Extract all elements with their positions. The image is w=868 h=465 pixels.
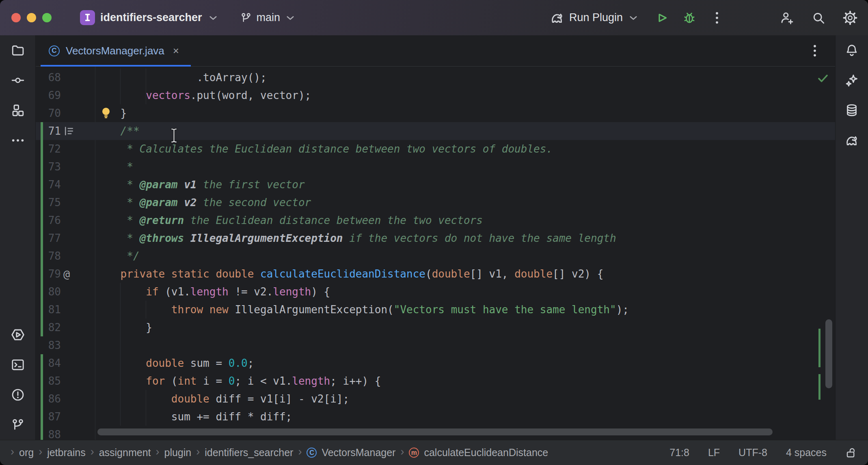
code-with-me-button[interactable] [776,7,797,28]
breadcrumb-item[interactable]: ›jetbrains [39,447,86,459]
vcs-branch-widget[interactable]: main [240,11,295,24]
code-text: /** [95,122,140,140]
editor-gutter[interactable]: 77 [36,229,95,247]
tool-window-button-hex-play[interactable] [7,324,28,345]
code-line[interactable]: 83 [36,336,835,354]
encoding-widget[interactable]: UTF-8 [738,447,767,459]
indent-widget[interactable]: 4 spaces [786,447,827,459]
code-line[interactable]: 74 * @param v1 the first vector [36,176,835,194]
code-text: for (int i = 0; i < v1.length; i++) { [95,372,381,390]
editor-gutter[interactable]: 73 [36,158,95,176]
vcs-change-marker [41,247,43,265]
annotation-gutter-icon[interactable]: @ [63,268,70,280]
breadcrumb-item[interactable]: ›assignment [91,447,151,459]
code-line[interactable]: 72 * Calculates the Euclidean distance b… [36,140,835,158]
run-configuration-selector[interactable]: Run Plugin [550,11,637,25]
close-window-button[interactable] [11,13,21,22]
tool-window-button-more-h[interactable] [7,130,28,151]
editor-gutter[interactable]: 82 [36,319,95,336]
tool-window-button-bell[interactable] [841,40,862,61]
code-line[interactable]: 79@ private static double calculateEucli… [36,265,835,283]
breadcrumb-item[interactable]: ›CVectorsManager [298,447,395,459]
breadcrumb-chevron-icon: › [39,446,42,457]
code-line[interactable]: 76 * @return the Euclidean distance betw… [36,211,835,229]
tool-window-button-git-branch[interactable] [7,414,28,435]
line-separator-widget[interactable]: LF [708,447,720,459]
editor-gutter[interactable]: 68 [36,69,95,86]
editor-gutter[interactable]: 76 [36,211,95,229]
tool-window-button-terminal[interactable] [7,354,28,375]
editor-gutter[interactable]: 78 [36,247,95,265]
code-line[interactable]: 70 } [36,104,835,122]
debug-button[interactable] [679,7,700,28]
more-actions-button[interactable] [706,7,728,28]
code-line[interactable]: 84 double sum = 0.0; [36,354,835,372]
editor-gutter[interactable]: 72 [36,140,95,158]
line-number: 69 [38,89,61,101]
code-line[interactable]: 69 vectors.put(word, vector); [36,86,835,104]
tool-window-button-gradle[interactable] [841,130,862,151]
editor-tab-bar: C VectorsManager.java × [36,35,835,67]
code-line[interactable]: 86 double diff = v1[i] - v2[i]; [36,390,835,408]
editor-gutter[interactable]: 86 [36,390,95,408]
unlocked-padlock-icon[interactable] [845,447,857,459]
code-line[interactable]: 85 for (int i = 0; i < v1.length; i++) { [36,372,835,390]
editor-gutter[interactable]: 69 [36,86,95,104]
code-line[interactable]: 80 if (v1.length != v2.length) { [36,283,835,301]
tool-window-button-sparkles[interactable] [841,70,862,91]
code-line[interactable]: 81 throw new IllegalArgumentException("V… [36,301,835,319]
breadcrumb-item[interactable]: ›org [11,447,34,459]
code-line[interactable]: 75 * @param v2 the second vector [36,194,835,211]
breadcrumb-chevron-icon: › [298,446,302,457]
editor-gutter[interactable]: 74 [36,176,95,194]
code-editor[interactable]: 68 .toArray();69 vectors.put(word, vecto… [36,67,835,440]
minimize-window-button[interactable] [27,13,36,22]
code-line[interactable]: 78 */ [36,247,835,265]
breadcrumb-item[interactable]: ›plugin [156,447,192,459]
chevron-down-icon [629,15,637,21]
editor-gutter[interactable]: 83 [36,336,95,354]
render-docs-icon[interactable] [63,125,75,137]
tool-window-button-database[interactable] [841,100,862,121]
tab-options-button[interactable] [804,40,825,61]
breadcrumb-item[interactable]: ›mcalculateEuclideanDistance [400,447,548,459]
gradle-icon [844,133,859,148]
tab-vectorsmanager[interactable]: C VectorsManager.java × [41,35,191,66]
inspections-ok-check-icon[interactable] [816,71,830,85]
code-line[interactable]: 77 * @throws IllegalArgumentException if… [36,229,835,247]
editor-gutter[interactable]: 71 [36,122,95,140]
editor-gutter[interactable]: 88 [36,426,95,440]
horizontal-scrollbar[interactable] [97,428,773,435]
caret-position-widget[interactable]: 71:8 [669,447,689,459]
vertical-scrollbar[interactable] [825,319,832,388]
editor-gutter[interactable]: 70 [36,104,95,122]
editor-gutter[interactable]: 80 [36,283,95,301]
maximize-window-button[interactable] [42,13,52,22]
editor-gutter[interactable]: 85 [36,372,95,390]
editor-gutter[interactable]: 81 [36,301,95,319]
git-branch-icon [240,12,252,24]
settings-button[interactable] [840,7,861,28]
editor-gutter[interactable]: 75 [36,194,95,211]
code-line[interactable]: 73 * [36,158,835,176]
breadcrumb-item[interactable]: ›identifiers_searcher [196,447,293,459]
code-line[interactable]: 68 .toArray(); [36,69,835,86]
title-bar: I identifiers-searcher main Run Plugin [0,0,868,35]
editor-gutter[interactable]: 87 [36,408,95,426]
tool-window-button-problems[interactable] [7,384,28,405]
code-text: if (v1.length != v2.length) { [95,283,330,301]
tab-close-icon[interactable]: × [173,45,179,56]
vcs-change-marker [41,390,43,408]
project-widget[interactable]: I identifiers-searcher [80,10,217,25]
run-button[interactable] [651,7,672,28]
tool-window-button-folder[interactable] [7,40,28,61]
code-line[interactable]: 87 sum += diff * diff; [36,408,835,426]
bulb-icon[interactable] [100,107,112,120]
code-line[interactable]: 71 /** [36,122,835,140]
tool-window-button-structure[interactable] [7,100,28,121]
editor-gutter[interactable]: 79@ [36,265,95,283]
code-line[interactable]: 82 } [36,319,835,336]
editor-gutter[interactable]: 84 [36,354,95,372]
tool-window-button-commit[interactable] [7,70,28,91]
search-everywhere-button[interactable] [808,7,829,28]
